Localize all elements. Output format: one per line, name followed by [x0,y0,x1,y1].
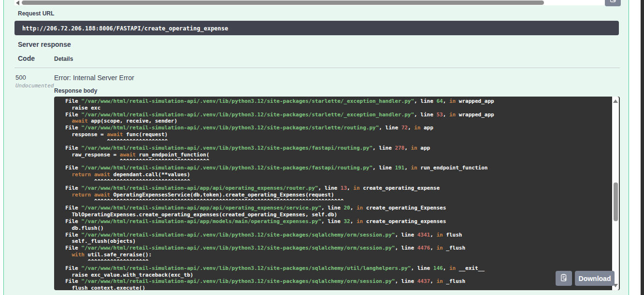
swagger-response-page: Request URL http://206.72.206.188:8006/F… [0,0,644,295]
response-body-code-block: File "/var/www/html/retail-simulation-ap… [54,97,620,290]
curl-copy-button[interactable] [605,0,621,6]
page-scrollbar[interactable] [641,0,644,295]
server-response-heading: Server response [18,41,71,48]
copy-to-clipboard-icon [609,0,617,4]
scroll-up-arrow[interactable] [613,99,618,103]
code-block-vertical-scrollbar[interactable] [612,97,619,290]
copy-to-clipboard-icon [559,273,568,283]
response-error-description: Error: Internal Server Error [54,74,134,82]
traceback-code: File "/var/www/html/retail-simulation-ap… [54,97,620,290]
response-body-label: Response body [54,87,97,94]
vertical-scrollbar-thumb[interactable] [614,183,618,221]
scroll-left-arrow-icon[interactable] [16,0,19,5]
horizontal-scrollbar-thumb[interactable] [22,0,544,5]
table-divider [14,68,620,68]
request-url-label: Request URL [18,10,54,17]
request-url-value: http://206.72.206.188:8006/FASTAPI/creat… [14,21,619,32]
download-button[interactable]: Download [575,271,615,286]
details-column-header: Details [54,56,73,62]
request-url-bar: http://206.72.206.188:8006/FASTAPI/creat… [14,21,619,35]
response-status-code: 500 [15,74,26,81]
code-column-header: Code [18,55,35,62]
response-undocumented-note: Undocumented [15,83,54,89]
post-opblock-panel: Request URL http://206.72.206.188:8006/F… [3,0,629,295]
curl-horizontal-scrollbar[interactable] [14,0,620,5]
response-copy-button[interactable] [556,271,572,286]
